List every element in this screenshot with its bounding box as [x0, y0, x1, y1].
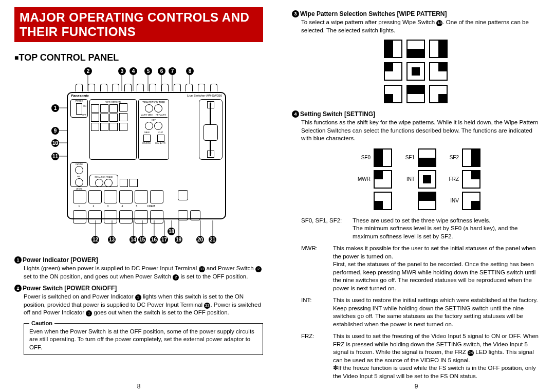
page-number-right: 9: [278, 383, 555, 390]
callout-20: 20: [196, 236, 204, 244]
control-panel-diagram: 2 3 4 5 6 7 8 1 9 10 11: [31, 67, 247, 252]
model-label: Live Switcher AW-SW350: [187, 94, 222, 98]
page-number-left: 8: [0, 383, 278, 390]
genlock-block: GEN-LOCK PHASE: [89, 175, 118, 187]
definition-row: FRZ:This is used to set the freezing of …: [301, 332, 541, 380]
section-title: ■TOP CONTROL PANEL: [14, 52, 263, 63]
callout-18: 18: [168, 228, 175, 235]
item-4: 4Setting Switch [SETTING] This functions…: [292, 110, 541, 143]
setting-btn[interactable]: [120, 179, 128, 187]
setting-function-icons: SF0 SF1 SF2 MWR INT FRZ INV: [292, 148, 541, 211]
callout-21: 21: [209, 236, 216, 244]
page-right: 3Wipe Pattern Selection Switches [WIPE P…: [278, 0, 555, 392]
callout-13: 13: [108, 236, 116, 244]
callout-19: 19: [175, 236, 182, 244]
incom-block: INCOM MIC LEVEL: [70, 162, 88, 187]
wipe-pattern-block: WIPE PATTERN: [89, 99, 137, 160]
item-2: 2Power Switch [POWER ON/OFF] Power is sw…: [14, 285, 263, 317]
item-1: 1Power Indicator [POWER] Lights (green) …: [14, 256, 263, 281]
callout-17: 17: [160, 236, 168, 244]
item-3: 3Wipe Pattern Selection Switches [WIPE P…: [292, 10, 541, 34]
bus-a-row: [68, 189, 225, 204]
power-switch[interactable]: [76, 103, 82, 115]
wipe-pattern-icons: [292, 40, 541, 104]
transition-block: TRANSITION TIME AUTO TAKEKEY AUTO KEY GA…: [138, 99, 169, 160]
definitions-list: MWR:This makes it possible for the user …: [301, 245, 541, 380]
page-left: MAJOR OPERATING CONTROLS AND THEIR FUNCT…: [0, 0, 278, 392]
brand-label: Panasonic: [71, 94, 89, 98]
callout-16: 16: [150, 236, 158, 244]
definition-row: INT:This is used to restore the initial …: [301, 296, 541, 328]
banner-title: MAJOR OPERATING CONTROLS AND THEIR FUNCT…: [14, 7, 263, 42]
bus-b-row: [68, 209, 225, 225]
power-block: POWER ON OFF: [70, 99, 88, 118]
switcher-panel: Panasonic Live Switcher AW-SW350 POWER O…: [67, 92, 226, 219]
definitions: SF0, SF1, SF2: These are used to set the…: [301, 217, 541, 225]
caution-box: Caution Even when the Power Switch is at…: [24, 323, 263, 356]
caution-label: Caution: [29, 320, 54, 327]
callout-14: 14: [130, 236, 137, 244]
definition-row: MWR:This makes it possible for the user …: [301, 245, 541, 292]
color-btn[interactable]: [130, 179, 138, 187]
callout-15: 15: [138, 236, 146, 244]
wipe-sw[interactable]: [91, 104, 99, 113]
fader[interactable]: A B: [199, 99, 223, 160]
callout-12: 12: [91, 236, 99, 244]
